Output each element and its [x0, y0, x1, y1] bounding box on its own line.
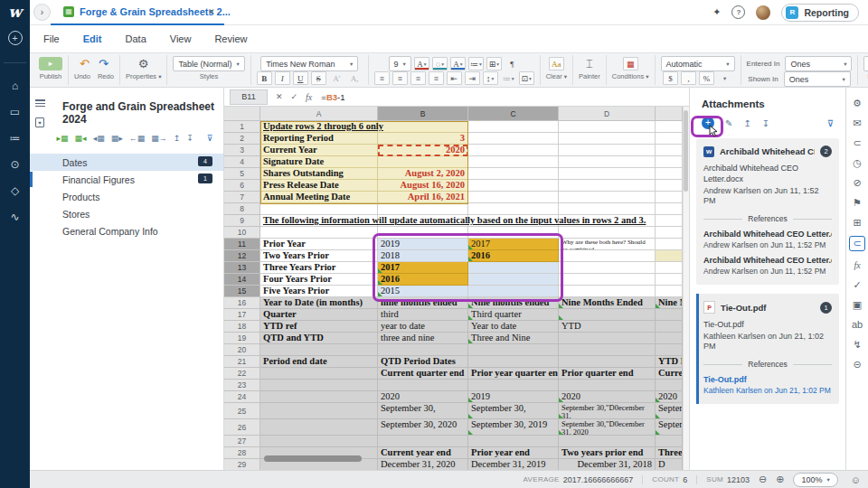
move-up-icon[interactable]: ↥	[174, 134, 181, 143]
underline-button[interactable]: U	[293, 71, 308, 85]
cell-A12[interactable]: Two Years Prior	[260, 250, 378, 262]
row-header-24[interactable]: 24	[224, 391, 260, 403]
cell-reference-box[interactable]: B11	[230, 89, 268, 105]
column-header-A[interactable]: A	[260, 107, 378, 121]
outline-view-icon[interactable]	[35, 99, 45, 107]
redo-icon[interactable]: ↷	[99, 57, 108, 70]
row-header-3[interactable]: 3	[224, 145, 260, 156]
cell-C5[interactable]	[468, 168, 559, 180]
cell-A24[interactable]	[260, 391, 378, 403]
cell-C7[interactable]	[468, 192, 559, 203]
cell-B14[interactable]: 2016	[378, 274, 468, 286]
saved-views-icon[interactable]: ♥	[35, 117, 44, 127]
cell-B17[interactable]: third	[378, 309, 468, 321]
reference-link[interactable]: Archibald Whitehead CEO Letter.d...	[703, 256, 832, 265]
cell-B24[interactable]: 2020	[378, 391, 468, 403]
expand-all-icon[interactable]: ↥	[743, 118, 750, 128]
row-header-8[interactable]: 8	[224, 203, 260, 215]
history-clock-icon[interactable]: ◷	[850, 156, 864, 169]
cell-D2[interactable]	[559, 133, 656, 145]
cell-B12[interactable]: 2018	[378, 250, 468, 262]
publish-button[interactable]: ▸	[39, 57, 62, 70]
shown-in-dropdown[interactable]: Ones▾	[784, 71, 851, 87]
cell-C18[interactable]: Year to date	[468, 321, 559, 333]
cell-B15[interactable]: 2015	[378, 286, 468, 297]
italic-button[interactable]: I	[275, 71, 290, 85]
edit-attachment-icon[interactable]: ✎	[725, 118, 732, 128]
row-header-29[interactable]: 29	[224, 459, 260, 470]
formula-fx-icon[interactable]: fx	[850, 258, 864, 271]
cell-D20[interactable]	[559, 344, 656, 356]
sheet-item-stores[interactable]: Stores	[30, 205, 223, 222]
insert-sheet-left-icon[interactable]: ▸▦	[57, 134, 69, 143]
move-sheet-left-icon[interactable]: ◂▦	[93, 134, 105, 143]
row-header-26[interactable]: 26	[224, 419, 260, 436]
align-center-button[interactable]: ≡	[392, 71, 408, 85]
cell-B22[interactable]: Current quarter end	[378, 368, 468, 380]
files-folder-icon[interactable]: ▭	[7, 105, 24, 119]
move-down-icon[interactable]: ↧	[186, 134, 193, 143]
reference-link[interactable]: Archibald Whitehead CEO Letter.d...	[703, 230, 832, 239]
column-header-E[interactable]	[656, 107, 683, 121]
cell-E25[interactable]: September	[656, 403, 683, 419]
cell-C25[interactable]: September 30,	[468, 403, 559, 419]
cell-C28[interactable]: Prior year end	[468, 447, 559, 459]
cell-D10[interactable]	[559, 227, 656, 239]
cell-C26[interactable]: September 30, 2019	[468, 419, 559, 436]
document-tab[interactable]: ▦ Forge & Grain Spreadsheets 2... ✕	[51, 0, 224, 25]
cell-E3[interactable]	[656, 145, 683, 156]
cell-E6[interactable]	[656, 180, 683, 192]
spreadsheet-grid[interactable]: ABCD1Update rows 2 through 6 only2Report…	[224, 107, 683, 470]
cell-C20[interactable]	[468, 344, 559, 356]
cell-D14[interactable]	[559, 274, 656, 286]
cell-A15[interactable]: Five Years Prior	[260, 286, 378, 297]
row-header-9[interactable]: 9	[224, 215, 260, 227]
conditions-icon[interactable]: ▦	[623, 57, 638, 70]
cell-B25[interactable]: September 30,	[378, 403, 468, 419]
create-plus-icon[interactable]: +	[8, 31, 23, 45]
row-header-14[interactable]: 14	[224, 274, 260, 286]
cell-E9[interactable]	[656, 215, 683, 227]
cell-C10[interactable]	[468, 227, 559, 239]
help-icon[interactable]: ?	[731, 5, 745, 19]
cell-C22[interactable]: Prior year quarter end	[468, 368, 559, 380]
cell-D15[interactable]	[559, 286, 656, 297]
filter-sheets-icon[interactable]: ⊽	[207, 134, 213, 143]
cell-C3[interactable]	[468, 145, 559, 156]
cell-E23[interactable]	[656, 380, 683, 391]
cell-A19[interactable]: QTD and YTD	[260, 333, 378, 344]
cell-E27[interactable]	[656, 436, 683, 447]
properties-gear-icon[interactable]: ⚙	[138, 57, 149, 70]
cell-B8[interactable]	[378, 203, 468, 215]
cell-A23[interactable]	[260, 380, 378, 391]
cell-A7[interactable]: Annual Meeting Date	[260, 192, 378, 203]
comma-button[interactable]: ,	[681, 71, 696, 85]
cell-E17[interactable]	[656, 309, 683, 321]
text-color-button[interactable]: A▾	[414, 57, 429, 70]
cell-E14[interactable]	[656, 274, 683, 286]
cell-D16[interactable]: Nine Months Ended	[559, 297, 656, 309]
cell-C21[interactable]	[468, 356, 559, 368]
nav-expand-button[interactable]: ›	[33, 4, 51, 21]
cell-E15[interactable]	[656, 286, 683, 297]
menu-item-file[interactable]: File	[43, 33, 60, 44]
find-replace-icon[interactable]: ab	[850, 318, 864, 331]
cell-E8[interactable]	[656, 203, 683, 215]
cell-E26[interactable]: September	[656, 419, 683, 436]
cell-A16[interactable]: Year to Date (in months)	[260, 297, 378, 309]
cell-D18[interactable]: YTD	[559, 321, 656, 333]
indent-increase-button[interactable]: ⇥	[465, 71, 480, 85]
cell-C8[interactable]	[468, 203, 559, 215]
copies-icon[interactable]: ▣	[850, 298, 864, 311]
filter-attachments-icon[interactable]: ⊽	[827, 118, 834, 128]
data-cube-icon[interactable]: ◇	[7, 183, 24, 198]
row-header-12[interactable]: 12	[224, 250, 260, 262]
subscript-button[interactable]: A,	[347, 71, 363, 85]
cell-B10[interactable]	[378, 227, 468, 239]
zoom-in-icon[interactable]: ⊕	[776, 474, 784, 485]
cell-E11[interactable]	[656, 239, 683, 250]
cell-E16[interactable]: Nine Mont	[656, 297, 683, 309]
merge-cells-button[interactable]: ⊡▾	[519, 71, 534, 85]
number-format-dropdown[interactable]: Automatic▾	[661, 56, 735, 71]
cell-E1[interactable]	[656, 121, 683, 133]
